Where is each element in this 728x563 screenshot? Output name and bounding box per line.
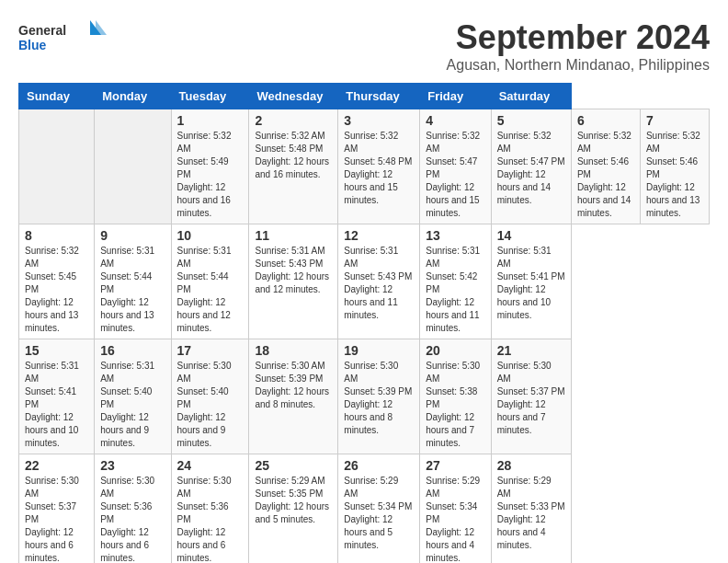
calendar-cell (95, 109, 171, 224)
calendar-week-row: 8Sunrise: 5:32 AMSunset: 5:45 PMDaylight… (19, 224, 710, 339)
header-saturday: Saturday (491, 84, 571, 109)
calendar-cell: 10Sunrise: 5:31 AMSunset: 5:44 PMDayligh… (171, 224, 249, 339)
day-info: Sunrise: 5:31 AMSunset: 5:44 PMDaylight:… (100, 245, 165, 335)
day-number: 22 (25, 458, 88, 473)
day-number: 26 (344, 458, 414, 473)
day-info: Sunrise: 5:31 AMSunset: 5:41 PMDaylight:… (497, 245, 565, 322)
calendar-cell: 22Sunrise: 5:30 AMSunset: 5:37 PMDayligh… (19, 454, 95, 564)
day-number: 17 (177, 343, 244, 358)
header-tuesday: Tuesday (171, 84, 249, 109)
day-info: Sunrise: 5:30 AMSunset: 5:37 PMDaylight:… (497, 360, 565, 437)
day-number: 19 (344, 343, 414, 358)
day-info: Sunrise: 5:32 AMSunset: 5:49 PMDaylight:… (177, 130, 244, 220)
day-info: Sunrise: 5:30 AMSunset: 5:40 PMDaylight:… (177, 360, 244, 450)
day-info: Sunrise: 5:31 AMSunset: 5:43 PMDaylight:… (344, 245, 414, 322)
day-info: Sunrise: 5:31 AMSunset: 5:43 PMDaylight:… (255, 245, 332, 296)
day-number: 21 (497, 343, 565, 358)
day-info: Sunrise: 5:32 AMSunset: 5:46 PMDaylight:… (577, 130, 634, 220)
day-number: 11 (255, 228, 332, 243)
header-monday: Monday (95, 84, 171, 109)
day-info: Sunrise: 5:31 AMSunset: 5:44 PMDaylight:… (177, 245, 244, 335)
day-number: 13 (426, 228, 484, 243)
calendar-week-row: 1Sunrise: 5:32 AMSunset: 5:49 PMDaylight… (19, 109, 710, 224)
day-info: Sunrise: 5:30 AMSunset: 5:37 PMDaylight:… (25, 475, 88, 563)
day-number: 24 (177, 458, 244, 473)
calendar-cell: 16Sunrise: 5:31 AMSunset: 5:40 PMDayligh… (95, 339, 171, 454)
day-info: Sunrise: 5:30 AMSunset: 5:39 PMDaylight:… (255, 360, 332, 411)
calendar-cell: 4Sunrise: 5:32 AMSunset: 5:47 PMDaylight… (420, 109, 491, 224)
calendar-week-row: 22Sunrise: 5:30 AMSunset: 5:37 PMDayligh… (19, 454, 710, 564)
calendar-cell: 28Sunrise: 5:29 AMSunset: 5:33 PMDayligh… (491, 454, 571, 564)
day-info: Sunrise: 5:32 AMSunset: 5:47 PMDaylight:… (497, 130, 565, 207)
calendar-week-row: 15Sunrise: 5:31 AMSunset: 5:41 PMDayligh… (19, 339, 710, 454)
header-thursday: Thursday (338, 84, 420, 109)
day-number: 2 (255, 113, 332, 128)
day-number: 1 (177, 113, 244, 128)
location-subtitle: Agusan, Northern Mindanao, Philippines (447, 57, 710, 74)
calendar-cell: 21Sunrise: 5:30 AMSunset: 5:37 PMDayligh… (491, 339, 571, 454)
calendar-cell: 7Sunrise: 5:32 AMSunset: 5:46 PMDaylight… (640, 109, 709, 224)
calendar-cell: 9Sunrise: 5:31 AMSunset: 5:44 PMDaylight… (95, 224, 171, 339)
calendar-cell: 6Sunrise: 5:32 AMSunset: 5:46 PMDaylight… (571, 109, 640, 224)
day-number: 10 (177, 228, 244, 243)
svg-marker-3 (96, 20, 107, 35)
svg-text:Blue: Blue (18, 38, 47, 52)
calendar-cell: 14Sunrise: 5:31 AMSunset: 5:41 PMDayligh… (491, 224, 571, 339)
day-info: Sunrise: 5:29 AMSunset: 5:33 PMDaylight:… (497, 475, 565, 552)
day-number: 8 (25, 228, 88, 243)
page-header: General Blue September 2024 Agusan, Nort… (18, 18, 710, 74)
day-info: Sunrise: 5:31 AMSunset: 5:41 PMDaylight:… (25, 360, 88, 450)
day-number: 12 (344, 228, 414, 243)
calendar-table: SundayMondayTuesdayWednesdayThursdayFrid… (18, 83, 710, 563)
calendar-cell: 11Sunrise: 5:31 AMSunset: 5:43 PMDayligh… (249, 224, 338, 339)
day-info: Sunrise: 5:30 AMSunset: 5:38 PMDaylight:… (426, 360, 484, 450)
day-info: Sunrise: 5:32 AMSunset: 5:45 PMDaylight:… (25, 245, 88, 335)
day-info: Sunrise: 5:32 AMSunset: 5:48 PMDaylight:… (344, 130, 414, 207)
day-number: 6 (577, 113, 634, 128)
day-number: 18 (255, 343, 332, 358)
calendar-cell: 17Sunrise: 5:30 AMSunset: 5:40 PMDayligh… (171, 339, 249, 454)
title-section: September 2024 Agusan, Northern Mindanao… (447, 18, 710, 74)
day-info: Sunrise: 5:29 AMSunset: 5:35 PMDaylight:… (255, 475, 332, 526)
calendar-cell: 5Sunrise: 5:32 AMSunset: 5:47 PMDaylight… (491, 109, 571, 224)
day-number: 16 (100, 343, 165, 358)
day-number: 7 (646, 113, 703, 128)
calendar-cell: 15Sunrise: 5:31 AMSunset: 5:41 PMDayligh… (19, 339, 95, 454)
calendar-cell: 19Sunrise: 5:30 AMSunset: 5:39 PMDayligh… (338, 339, 420, 454)
calendar-cell: 8Sunrise: 5:32 AMSunset: 5:45 PMDaylight… (19, 224, 95, 339)
day-info: Sunrise: 5:32 AMSunset: 5:46 PMDaylight:… (646, 130, 703, 220)
day-number: 9 (100, 228, 165, 243)
day-number: 15 (25, 343, 88, 358)
calendar-cell: 3Sunrise: 5:32 AMSunset: 5:48 PMDaylight… (338, 109, 420, 224)
day-number: 5 (497, 113, 565, 128)
calendar-cell: 25Sunrise: 5:29 AMSunset: 5:35 PMDayligh… (249, 454, 338, 564)
logo: General Blue (18, 18, 110, 59)
day-number: 28 (497, 458, 565, 473)
calendar-cell: 24Sunrise: 5:30 AMSunset: 5:36 PMDayligh… (171, 454, 249, 564)
calendar-cell: 13Sunrise: 5:31 AMSunset: 5:42 PMDayligh… (420, 224, 491, 339)
calendar-cell: 2Sunrise: 5:32 AMSunset: 5:48 PMDaylight… (249, 109, 338, 224)
day-info: Sunrise: 5:31 AMSunset: 5:40 PMDaylight:… (100, 360, 165, 450)
calendar-header-row: SundayMondayTuesdayWednesdayThursdayFrid… (19, 84, 710, 109)
day-info: Sunrise: 5:29 AMSunset: 5:34 PMDaylight:… (426, 475, 484, 563)
calendar-cell (19, 109, 95, 224)
svg-text:General: General (18, 23, 66, 38)
calendar-cell: 1Sunrise: 5:32 AMSunset: 5:49 PMDaylight… (171, 109, 249, 224)
day-number: 25 (255, 458, 332, 473)
header-wednesday: Wednesday (249, 84, 338, 109)
calendar-cell: 18Sunrise: 5:30 AMSunset: 5:39 PMDayligh… (249, 339, 338, 454)
calendar-cell: 20Sunrise: 5:30 AMSunset: 5:38 PMDayligh… (420, 339, 491, 454)
day-number: 4 (426, 113, 484, 128)
day-info: Sunrise: 5:30 AMSunset: 5:36 PMDaylight:… (177, 475, 244, 563)
day-number: 23 (100, 458, 165, 473)
calendar-cell: 27Sunrise: 5:29 AMSunset: 5:34 PMDayligh… (420, 454, 491, 564)
calendar-cell: 23Sunrise: 5:30 AMSunset: 5:36 PMDayligh… (95, 454, 171, 564)
day-number: 3 (344, 113, 414, 128)
day-info: Sunrise: 5:32 AMSunset: 5:47 PMDaylight:… (426, 130, 484, 220)
day-info: Sunrise: 5:30 AMSunset: 5:36 PMDaylight:… (100, 475, 165, 563)
header-friday: Friday (420, 84, 491, 109)
day-info: Sunrise: 5:32 AMSunset: 5:48 PMDaylight:… (255, 130, 332, 181)
calendar-cell: 26Sunrise: 5:29 AMSunset: 5:34 PMDayligh… (338, 454, 420, 564)
header-sunday: Sunday (19, 84, 95, 109)
logo-graphic: General Blue (18, 18, 110, 59)
